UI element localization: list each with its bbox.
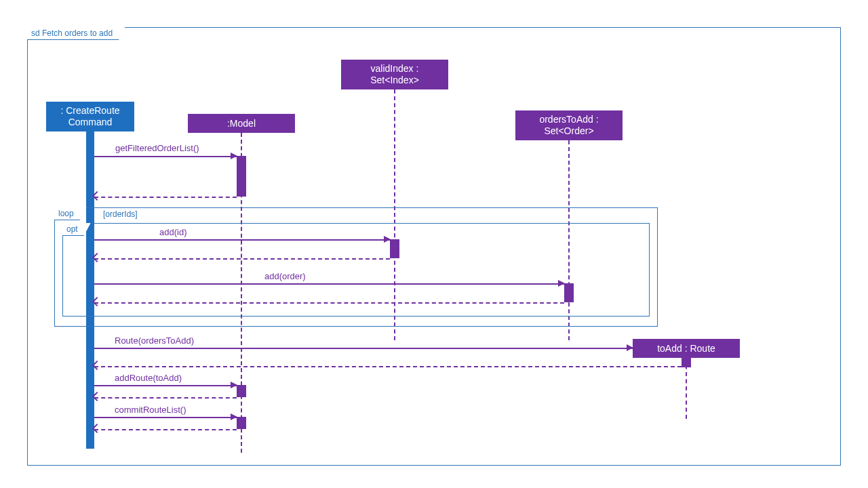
lifeline-label: :Model: [227, 118, 256, 129]
loop-frame-label: loop: [54, 207, 87, 220]
lifeline-to-add-route: toAdd : Route: [633, 339, 740, 358]
line-icon: [94, 417, 237, 418]
arrow-right-icon: [231, 152, 237, 159]
lifeline-label-line1: : CreateRoute: [60, 105, 119, 117]
arrow-right-icon: [231, 382, 237, 388]
line-icon: [94, 197, 237, 198]
lifeline-valid-index: validIndex : Set<Index>: [341, 60, 448, 89]
arrow-right-icon: [231, 413, 237, 420]
lifeline-model: :Model: [188, 114, 295, 133]
lifeline-label-line2: Set<Order>: [544, 125, 593, 137]
lifeline-label-line1: validIndex :: [371, 63, 419, 75]
line-icon: [94, 385, 237, 386]
activation-model-commitroutelist: [237, 417, 246, 429]
line-icon: [94, 156, 237, 157]
loop-guard: [orderIds]: [103, 209, 138, 219]
lifeline-label-line2: Command: [68, 117, 113, 128]
msg-label-getfilteredorderlist: getFilteredOrderList(): [115, 143, 199, 153]
msg-label-addroute: addRoute(toAdd): [115, 373, 182, 383]
sd-frame-label: sd Fetch orders to add: [27, 27, 125, 40]
lifeline-label-line1: ordersToAdd :: [539, 114, 598, 125]
line-icon: [94, 258, 390, 260]
line-icon: [94, 429, 237, 430]
line-icon: [94, 283, 564, 285]
line-icon: [94, 239, 390, 241]
lifeline-label-line2: Set<Index>: [370, 75, 419, 86]
line-icon: [94, 366, 682, 367]
activation-toadd-route: [682, 358, 691, 367]
arrow-right-icon: [627, 344, 633, 351]
msg-label-route-orderstoadd: Route(ordersToAdd): [115, 336, 194, 346]
line-icon: [94, 397, 237, 399]
msg-label-addorder: add(order): [264, 271, 306, 281]
opt-frame-label: opt: [62, 223, 91, 236]
msg-label-commitroutelist: commitRouteList(): [115, 405, 186, 415]
arrow-right-icon: [558, 280, 565, 287]
activation-model-addroute: [237, 385, 246, 397]
lifeline-label: toAdd : Route: [657, 343, 715, 354]
lifeline-orders-to-add: ordersToAdd : Set<Order>: [515, 110, 623, 140]
activation-model-getfilteredorderlist: [237, 156, 246, 197]
line-icon: [94, 302, 564, 304]
line-icon: [94, 348, 633, 349]
arrow-right-icon: [384, 236, 391, 243]
lifeline-create-route-command: : CreateRoute Command: [46, 102, 134, 131]
msg-label-addid: add(id): [159, 227, 186, 237]
